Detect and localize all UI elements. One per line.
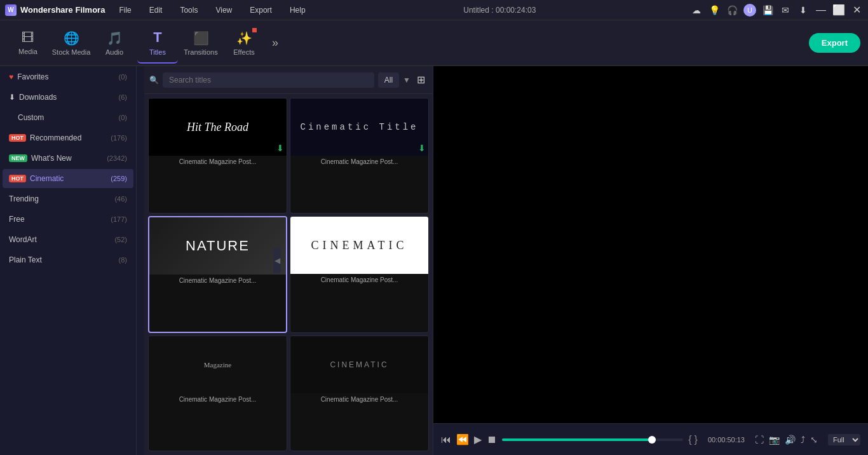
- maximize-button[interactable]: ⬜: [832, 4, 845, 17]
- sidebar-item-downloads[interactable]: ⬇ Downloads (6): [3, 88, 133, 107]
- tab-titles[interactable]: T Titles: [137, 23, 178, 64]
- window-title: Untitled : 00:00:24:03: [463, 6, 536, 15]
- title-card-4[interactable]: CINEMATIC Cinematic Magazine Post...: [290, 216, 429, 333]
- audio-button[interactable]: 🔊: [785, 435, 796, 445]
- sidebar-item-favorites-label: Favorites: [17, 72, 48, 81]
- sidebar-item-custom[interactable]: Custom (0): [3, 108, 133, 127]
- title-card-5[interactable]: Magazine Cinematic Magazine Post...: [148, 336, 287, 451]
- grid-toggle-button[interactable]: ⊞: [414, 71, 428, 88]
- preview-timeline-bar[interactable]: [502, 438, 683, 441]
- preview-screen: [433, 66, 868, 423]
- preview-controls: ⏮ ⏪ ▶ ⏹ { } 00:00:50:13 ⛶ 📷 🔊 ⤴ ⤡ Full 2…: [433, 423, 868, 455]
- hot-badge-recommended: HOT: [9, 134, 26, 142]
- filter-button[interactable]: All: [378, 72, 399, 88]
- sidebar-item-favorites[interactable]: ♥ Favorites (0): [3, 67, 133, 86]
- title-card-3-preview: NATURE: [149, 217, 286, 275]
- sun-icon[interactable]: 💡: [708, 4, 721, 17]
- export-button[interactable]: Export: [809, 33, 860, 53]
- media-icon: 🎞: [22, 31, 34, 45]
- account-icon[interactable]: U: [743, 4, 756, 17]
- sidebar-favorites-count: (0): [119, 73, 127, 81]
- sidebar-whats-new-count: (2342): [107, 154, 127, 162]
- cloud-icon[interactable]: ☁: [690, 4, 703, 17]
- tab-effects[interactable]: ✨ Effects: [224, 23, 264, 64]
- tab-titles-label: Titles: [149, 48, 166, 56]
- bracket-end-icon[interactable]: }: [695, 434, 698, 445]
- sidebar-item-trending[interactable]: Trending (46): [3, 189, 133, 208]
- download-icon-1: ⬇: [276, 143, 284, 153]
- menu-tools[interactable]: Tools: [176, 4, 201, 16]
- title-card-3[interactable]: NATURE Cinematic Magazine Post...: [148, 216, 287, 333]
- title-card-1-name: Cinematic Magazine Post...: [149, 156, 287, 168]
- heart-icon: ♥: [9, 72, 13, 81]
- downloads-icon: ⬇: [9, 93, 15, 102]
- search-input[interactable]: [163, 72, 374, 88]
- filter-chevron-icon[interactable]: ▼: [403, 76, 410, 85]
- audio-icon: 🎵: [107, 31, 123, 46]
- zoom-control: Full 25% 50% 75%: [828, 434, 860, 445]
- sidebar-item-downloads-label: Downloads: [19, 93, 57, 102]
- share-button[interactable]: ⤴: [801, 435, 805, 445]
- titles-panel: 🔍 All ▼ ⊞ Hit The Road ⬇ Cinematic Magaz…: [144, 66, 433, 455]
- sidebar-item-recommended[interactable]: HOT Recommended (176): [3, 128, 133, 147]
- close-button[interactable]: ✕: [850, 4, 863, 17]
- mail-icon[interactable]: ✉: [779, 4, 792, 17]
- title-card-2-name: Cinematic Magazine Post...: [290, 156, 428, 168]
- title-card-2-preview: Cinematic Title ⬇: [290, 98, 428, 156]
- menu-export[interactable]: Export: [246, 4, 276, 16]
- title-card-1[interactable]: Hit The Road ⬇ Cinematic Magazine Post..…: [148, 98, 287, 214]
- zoom-select[interactable]: Full 25% 50% 75%: [828, 434, 860, 445]
- title-card-5-preview: Magazine: [149, 336, 287, 393]
- title-card-6[interactable]: CINEMATIC Cinematic Magazine Post...: [290, 336, 429, 451]
- title-card-2[interactable]: Cinematic Title ⬇ Cinematic Magazine Pos…: [290, 98, 429, 214]
- tab-media[interactable]: 🎞 Media: [8, 23, 48, 64]
- sidebar-recommended-count: (176): [111, 134, 127, 142]
- sidebar-plain-text-count: (8): [119, 256, 127, 264]
- time-markers: { }: [688, 434, 698, 445]
- effects-dot: [252, 28, 257, 32]
- download-top-icon[interactable]: ⬇: [797, 4, 810, 17]
- stop-button[interactable]: ⏹: [487, 434, 497, 445]
- skip-back-button[interactable]: ⏮: [441, 434, 451, 445]
- title-card-6-name: Cinematic Magazine Post...: [290, 393, 428, 405]
- title-card-6-preview: CINEMATIC: [290, 336, 428, 393]
- download-icon-2: ⬇: [418, 143, 426, 153]
- sidebar-collapse-button[interactable]: ◀: [273, 248, 281, 273]
- sidebar-cinematic-count: (259): [111, 175, 127, 182]
- bracket-start-icon[interactable]: {: [688, 434, 691, 445]
- hot-badge-cinematic: HOT: [9, 175, 26, 182]
- app-name: Wondershare Filmora: [20, 5, 105, 15]
- snapshot-button[interactable]: 📷: [769, 435, 780, 445]
- minimize-button[interactable]: —: [815, 4, 827, 17]
- sidebar-item-plain-text-label: Plain Text: [9, 255, 42, 264]
- tab-transitions[interactable]: ⬛ Transitions: [180, 23, 221, 64]
- stock-media-icon: 🌐: [64, 31, 79, 46]
- sidebar-item-plain-text[interactable]: Plain Text (8): [3, 250, 133, 269]
- search-icon: 🔍: [149, 76, 159, 85]
- step-back-button[interactable]: ⏪: [456, 433, 469, 445]
- tab-media-label: Media: [18, 48, 37, 55]
- menu-help[interactable]: Help: [286, 4, 309, 16]
- menu-view[interactable]: View: [212, 4, 236, 16]
- main-toolbar: 🎞 Media 🌐 Stock Media 🎵 Audio T Titles ⬛…: [0, 20, 868, 66]
- fullscreen-button[interactable]: ⛶: [755, 435, 764, 445]
- preview-timestamp: 00:00:50:13: [708, 436, 745, 444]
- menu-file[interactable]: File: [115, 4, 135, 16]
- sidebar-item-free[interactable]: Free (177): [3, 210, 133, 229]
- topbar: W Wondershare Filmora File Edit Tools Vi…: [0, 0, 868, 20]
- sidebar-item-whats-new[interactable]: NEW What's New (2342): [3, 149, 133, 168]
- save-icon[interactable]: 💾: [761, 4, 774, 17]
- tab-audio[interactable]: 🎵 Audio: [94, 23, 135, 64]
- play-button[interactable]: ▶: [474, 433, 482, 445]
- more-tabs-button[interactable]: »: [267, 34, 283, 52]
- headphone-icon[interactable]: 🎧: [726, 4, 738, 17]
- sidebar-item-wordart[interactable]: WordArt (52): [3, 230, 133, 249]
- sidebar-item-cinematic[interactable]: HOT Cinematic (259): [3, 169, 133, 188]
- expand-button[interactable]: ⤡: [810, 435, 818, 445]
- effects-icon: ✨: [236, 31, 252, 46]
- sidebar-item-cinematic-label: Cinematic: [30, 174, 64, 183]
- menu-edit[interactable]: Edit: [146, 4, 166, 16]
- sidebar-item-recommended-label: Recommended: [30, 133, 81, 142]
- sidebar-item-whats-new-label: What's New: [31, 154, 72, 163]
- tab-stock-media[interactable]: 🌐 Stock Media: [51, 23, 92, 64]
